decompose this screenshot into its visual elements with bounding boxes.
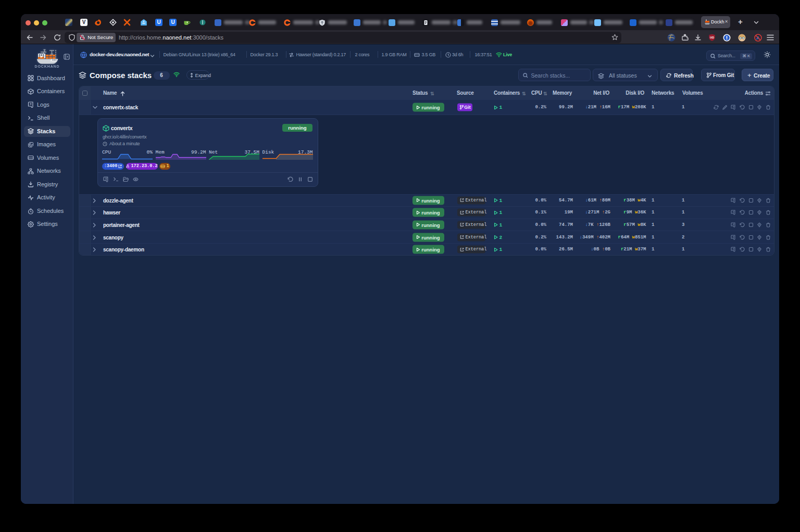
svg-text:UO: UO (710, 36, 715, 39)
